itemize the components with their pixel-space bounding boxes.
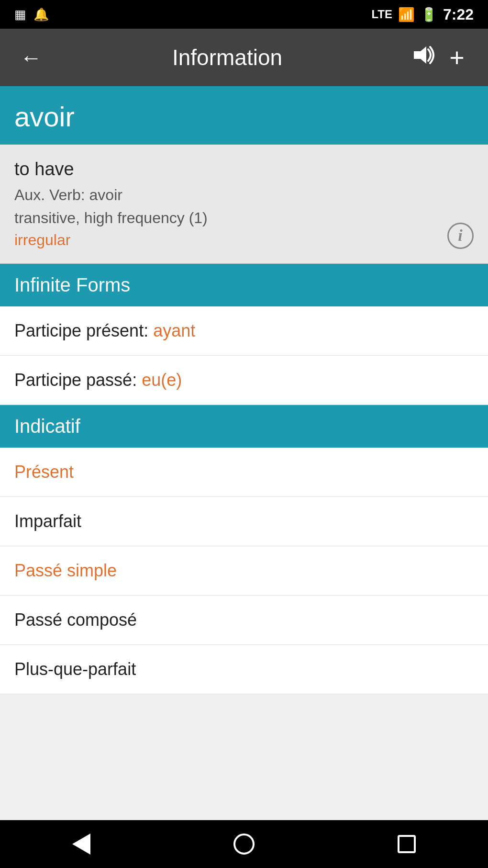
back-button[interactable]: ← (14, 41, 48, 74)
tense-passe-simple-item[interactable]: Passé simple (0, 546, 488, 596)
header: ← Information + (0, 29, 488, 86)
recents-nav-icon (398, 835, 416, 853)
lte-label: LTE (371, 8, 392, 21)
participe-passe-value: eu(e) (142, 370, 182, 390)
back-nav-icon (72, 834, 90, 855)
tense-present-item[interactable]: Présent (0, 448, 488, 497)
tense-plus-que-parfait-item[interactable]: Plus-que-parfait (0, 645, 488, 694)
frequency-text: transitive, high frequency (1) (14, 206, 474, 229)
volume-icon (411, 45, 436, 71)
word-title: avoir (14, 101, 75, 132)
signal-icon: 📶 (398, 7, 415, 23)
info-circle-icon: i (447, 223, 474, 249)
status-bar: ▦ 🔔 LTE 📶 🔋 7:22 (0, 0, 488, 29)
recents-nav-button[interactable] (383, 830, 431, 858)
volume-button[interactable] (407, 41, 440, 74)
participe-present-text: Participe présent: ayant (14, 321, 195, 340)
back-icon: ← (20, 45, 42, 70)
page-title: Information (48, 45, 407, 70)
battery-icon: 🔋 (421, 7, 437, 23)
tense-passe-compose-text: Passé composé (14, 610, 137, 630)
indicatif-section-header: Indicatif (0, 405, 488, 448)
definition-section: to have Aux. Verb: avoir transitive, hig… (0, 145, 488, 264)
indicatif-title: Indicatif (14, 416, 80, 437)
infinite-forms-title: Infinite Forms (14, 274, 130, 295)
infinite-forms-section-header: Infinite Forms (0, 264, 488, 306)
time-display: 7:22 (443, 6, 474, 23)
svg-marker-0 (414, 46, 426, 64)
irregular-text: irregular (14, 231, 474, 249)
translation-text: to have (14, 159, 474, 180)
home-nav-icon (233, 834, 255, 855)
word-section: avoir (0, 86, 488, 145)
home-nav-button[interactable] (220, 830, 268, 858)
tense-present-text: Présent (14, 462, 74, 482)
info-button[interactable]: i (446, 221, 475, 250)
status-bar-left: ▦ 🔔 (14, 7, 49, 22)
participe-present-label: Participe présent: (14, 321, 153, 340)
tense-imparfait-text: Imparfait (14, 511, 81, 531)
participe-present-item[interactable]: Participe présent: ayant (0, 306, 488, 356)
tense-passe-compose-item[interactable]: Passé composé (0, 596, 488, 645)
sim-icon: ▦ (14, 7, 26, 22)
participe-present-value: ayant (153, 321, 195, 340)
notification-icon: 🔔 (33, 7, 49, 22)
add-icon: + (449, 43, 465, 72)
tense-plus-que-parfait-text: Plus-que-parfait (14, 659, 136, 679)
add-button[interactable]: + (440, 41, 474, 74)
status-bar-right: LTE 📶 🔋 7:22 (371, 6, 474, 23)
participe-passe-label: Participe passé: (14, 370, 142, 390)
tense-imparfait-item[interactable]: Imparfait (0, 497, 488, 546)
bottom-navigation (0, 820, 488, 868)
participe-passe-item[interactable]: Participe passé: eu(e) (0, 356, 488, 405)
aux-verb-text: Aux. Verb: avoir (14, 183, 474, 206)
back-nav-button[interactable] (57, 830, 105, 858)
tense-passe-simple-text: Passé simple (14, 561, 117, 580)
participe-passe-text: Participe passé: eu(e) (14, 370, 182, 390)
